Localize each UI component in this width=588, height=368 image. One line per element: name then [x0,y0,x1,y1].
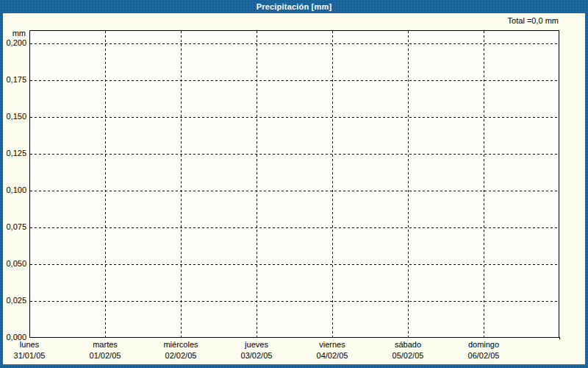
chart-title: Precipitación [mm] [257,2,332,11]
y-tick-label: 0,025 [3,296,26,305]
v-gridline [484,31,484,340]
x-tick-date: 06/02/05 [443,350,524,361]
v-gridline [408,31,409,340]
plot-area [29,30,559,338]
x-tick-label: miércoles02/02/05 [140,339,221,361]
y-tick-label: 0,200 [3,38,26,48]
x-tick-day: domingo [443,339,524,350]
x-tick-label: domingo06/02/05 [443,339,524,361]
x-tick-day: viernes [292,339,373,350]
x-tick-day: jueves [216,339,297,350]
y-tick-label: 0,075 [3,222,26,232]
h-gridline [30,154,559,155]
x-tick-day: sábado [368,339,448,350]
x-tick-date: 04/02/05 [292,350,373,361]
x-tick-date: 03/02/05 [216,350,297,361]
x-tick-label: viernes04/02/05 [292,339,373,361]
x-tick-day: miércoles [140,339,221,350]
x-axis-labels: lunes31/01/05martes01/02/05miércoles02/0… [3,339,585,364]
y-tick-label: 0,050 [3,259,26,269]
total-annotation: Total =0,0 mm [508,16,559,25]
v-gridline [105,31,106,340]
chart-canvas: Total =0,0 mm mm 0,2000,1750,1500,1250,1… [3,13,585,364]
y-tick-label: 0,150 [3,112,26,121]
y-tick-label: 0,125 [3,149,26,158]
v-gridline [257,31,257,340]
x-tick-day: lunes [0,339,70,350]
h-gridline [30,264,559,265]
h-gridline [30,117,559,118]
x-tick-label: martes01/02/05 [65,339,146,361]
h-gridline [30,43,559,44]
x-tick-date: 01/02/05 [65,350,146,361]
x-tick-date: 31/01/05 [0,350,70,361]
chart-title-bar: Precipitación [mm] [0,0,588,13]
x-tick-date: 02/02/05 [140,350,221,361]
y-tick-label: 0,175 [3,75,26,85]
h-gridline [30,191,559,191]
v-gridline [181,31,182,340]
x-tick-label: jueves03/02/05 [216,339,297,361]
y-axis-labels: 0,2000,1750,1500,1250,1000,0750,0500,025… [3,13,26,364]
x-tick-day: martes [65,339,146,350]
x-tick-label: sábado05/02/05 [368,339,448,361]
v-gridline [332,31,333,340]
h-gridline [30,80,559,81]
x-tick-date: 05/02/05 [368,350,448,361]
window-frame: Precipitación [mm] Total =0,0 mm mm 0,20… [0,0,588,368]
h-gridline [30,227,559,228]
h-gridline [30,301,559,302]
y-tick-label: 0,100 [3,185,26,195]
x-tick-label: lunes31/01/05 [0,339,70,361]
